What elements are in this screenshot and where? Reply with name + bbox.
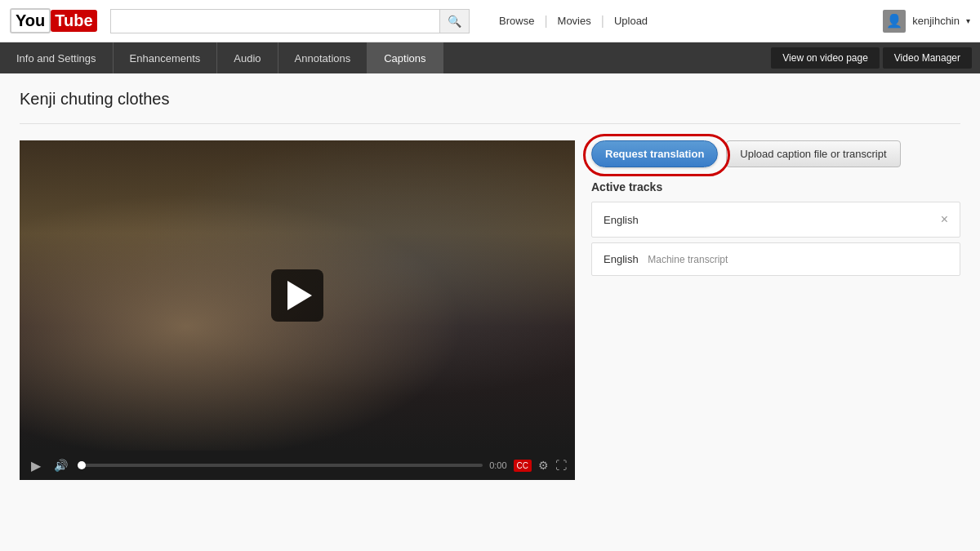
title-divider [20, 123, 960, 124]
tab-captions[interactable]: Captions [368, 42, 443, 73]
nav-upload[interactable]: Upload [604, 15, 657, 27]
search-button[interactable]: 🔍 [439, 10, 469, 33]
username: kenjihchin [912, 15, 960, 27]
video-container: Share ▼ More info ▶ 🔊 0:00 CC ⚙ ⛶ [20, 140, 575, 480]
tabbar: Info and Settings Enhancements Audio Ann… [0, 42, 980, 73]
user-section: 👤 kenjihchin ▾ [883, 10, 970, 33]
request-translation-button[interactable]: Request translation [591, 140, 718, 167]
play-pause-button[interactable]: ▶ [28, 458, 44, 473]
video-title: Kenji chuting clothes [20, 90, 960, 109]
track-row-english: English × [591, 202, 960, 238]
tab-info-settings[interactable]: Info and Settings [0, 42, 114, 73]
video-thumbnail[interactable] [20, 140, 575, 451]
nav-movies[interactable]: Movies [548, 15, 601, 27]
video-controls: ▶ 🔊 0:00 CC ⚙ ⛶ [20, 451, 575, 480]
volume-button[interactable]: 🔊 [51, 459, 71, 472]
settings-icon[interactable]: ⚙ [538, 459, 549, 472]
topbar: YouTube 🔍 Browse | Movies | Upload 👤 ken… [0, 0, 980, 42]
content-area: Share ▼ More info ▶ 🔊 0:00 CC ⚙ ⛶ [20, 140, 960, 480]
search-input[interactable] [111, 10, 439, 33]
fullscreen-icon[interactable]: ⛶ [555, 459, 567, 472]
caption-actions: Request translation Upload caption file … [591, 140, 960, 167]
tab-actions: View on video page Video Manager [771, 42, 980, 73]
track-name-english: English [604, 214, 639, 226]
captions-icon[interactable]: CC [514, 460, 532, 472]
avatar: 👤 [883, 10, 906, 33]
caption-panel: Request translation Upload caption file … [591, 140, 960, 281]
search-bar: 🔍 [110, 9, 470, 33]
track-remove-button[interactable]: × [941, 212, 948, 227]
logo-tube: Tube [51, 10, 96, 32]
active-tracks-heading: Active tracks [591, 180, 960, 193]
progress-dot [78, 461, 86, 469]
video-manager-button[interactable]: Video Manager [883, 47, 972, 69]
user-dropdown-arrow[interactable]: ▾ [966, 16, 970, 25]
track-row-machine: English Machine transcript [591, 242, 960, 276]
tab-enhancements[interactable]: Enhancements [114, 42, 218, 73]
upload-caption-button[interactable]: Upload caption file or transcript [726, 140, 900, 167]
play-button-overlay[interactable] [271, 269, 323, 322]
track-name-machine: English Machine transcript [604, 253, 728, 265]
topbar-nav: Browse | Movies | Upload [486, 14, 658, 29]
progress-bar[interactable] [78, 464, 483, 467]
view-on-video-page-button[interactable]: View on video page [771, 47, 880, 69]
logo-you: You [10, 8, 51, 33]
play-triangle-icon [287, 281, 312, 310]
time-display: 0:00 [489, 460, 506, 470]
main-content: Kenji chuting clothes Share ▼ More info … [0, 73, 980, 496]
tab-annotations[interactable]: Annotations [278, 42, 368, 73]
nav-browse[interactable]: Browse [489, 15, 544, 27]
logo[interactable]: YouTube [10, 8, 97, 33]
tab-audio[interactable]: Audio [217, 42, 278, 73]
